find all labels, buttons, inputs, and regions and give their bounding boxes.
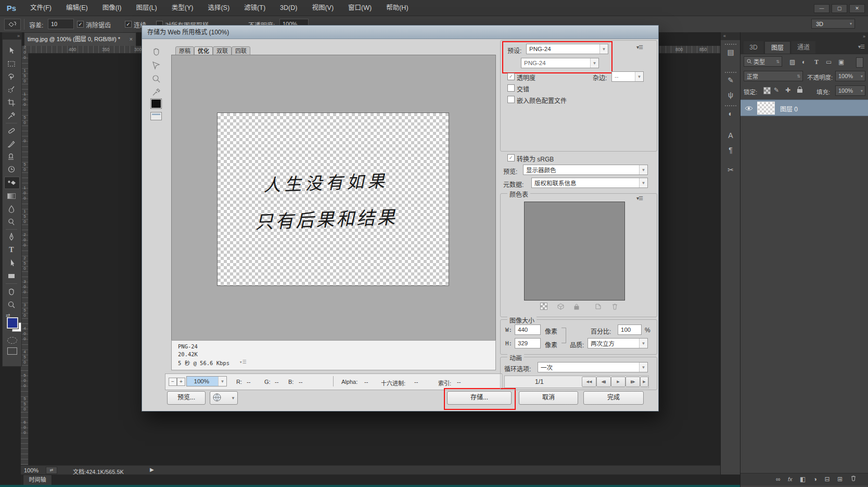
- clone-source-panel-icon[interactable]: ψ: [725, 90, 736, 100]
- web-shift-icon[interactable]: [557, 303, 564, 312]
- last-frame-button[interactable]: ▶: [640, 377, 648, 387]
- color-table-menu-icon[interactable]: ▾☰: [636, 195, 643, 201]
- layer-row-selected[interactable]: 图层 0: [741, 99, 868, 116]
- foreground-color-swatch[interactable]: [7, 317, 18, 329]
- document-tab[interactable]: timg.jpg @ 100% (图层 0, RGB/8#) * ×: [24, 32, 136, 46]
- character-panel-icon[interactable]: A: [725, 130, 736, 141]
- done-button[interactable]: 完成: [583, 391, 644, 405]
- history-brush-tool-icon[interactable]: [4, 164, 19, 176]
- delete-color-icon[interactable]: [611, 303, 618, 312]
- lock-all-icon[interactable]: [797, 86, 803, 95]
- blend-mode-select[interactable]: 正常⇅: [744, 71, 803, 81]
- quality-select[interactable]: 两次立方▼: [588, 338, 648, 348]
- zoom-level-select[interactable]: 100%▼: [186, 376, 227, 386]
- layer-mask-icon[interactable]: ◧: [800, 473, 806, 485]
- play-button[interactable]: ▶: [611, 377, 626, 387]
- first-frame-button[interactable]: ◀◀: [582, 377, 596, 387]
- new-color-icon[interactable]: [595, 303, 602, 312]
- tolerance-input[interactable]: 10: [48, 19, 74, 29]
- hand-tool-icon[interactable]: [4, 286, 19, 297]
- filter-adjustment-layers-icon[interactable]: ◐: [802, 58, 806, 66]
- crop-tool-icon[interactable]: [4, 97, 19, 108]
- menu-layer[interactable]: 图层(L): [129, 0, 164, 16]
- lock-transparent-pixels-icon[interactable]: [763, 87, 771, 94]
- lasso-tool-icon[interactable]: [4, 71, 19, 82]
- info-menu-icon[interactable]: ▾☰: [239, 359, 247, 365]
- lock-image-pixels-icon[interactable]: ✎: [774, 86, 779, 94]
- eyedropper-color-swatch[interactable]: [150, 98, 162, 109]
- transparency-checkbox[interactable]: ✓: [507, 73, 515, 80]
- menu-filter[interactable]: 滤镜(T): [237, 0, 273, 16]
- pen-tool-icon[interactable]: [4, 231, 19, 243]
- path-selection-tool-icon[interactable]: [4, 257, 19, 269]
- eyedropper-tool-icon[interactable]: [149, 87, 163, 98]
- menu-view[interactable]: 视图(V): [304, 0, 341, 16]
- opacity-select[interactable]: 100%▾: [835, 71, 865, 81]
- zoom-in-button[interactable]: +: [177, 378, 185, 386]
- panel-menu-icon[interactable]: ▾☰: [858, 44, 864, 49]
- layer-thumbnail[interactable]: [757, 102, 775, 115]
- slice-select-tool-icon[interactable]: [149, 60, 163, 71]
- move-tool-icon[interactable]: [4, 45, 19, 56]
- maximize-button[interactable]: ▢: [832, 4, 847, 13]
- close-button[interactable]: ✕: [849, 4, 865, 13]
- zoom-level[interactable]: 100%: [24, 467, 39, 473]
- adjustments-panel-icon[interactable]: ◐: [725, 108, 736, 119]
- menu-window[interactable]: 窗口(W): [341, 0, 379, 16]
- menu-edit[interactable]: 编辑(E): [59, 0, 95, 16]
- save-button[interactable]: 存储...: [447, 391, 512, 405]
- tab-layers[interactable]: 图层: [764, 41, 790, 54]
- color-table-swatches[interactable]: [524, 202, 625, 301]
- menu-3d[interactable]: 3D(D): [273, 0, 304, 16]
- brush-presets-panel-icon[interactable]: ▤: [725, 47, 736, 57]
- width-input[interactable]: 440: [515, 324, 541, 335]
- matte-select[interactable]: --▼: [611, 71, 644, 82]
- optimize-menu-icon[interactable]: ▾☰: [636, 44, 643, 50]
- brushes-panel-icon[interactable]: ✎: [725, 75, 736, 85]
- layer-filter-select[interactable]: 类型⇅: [744, 56, 782, 67]
- tab-channels[interactable]: 通道: [792, 41, 815, 54]
- paragraph-panel-icon[interactable]: ¶: [725, 145, 736, 155]
- document-close-icon[interactable]: ×: [130, 33, 133, 46]
- rectangular-marquee-tool-icon[interactable]: [4, 58, 19, 69]
- menu-file[interactable]: 文件(F): [23, 0, 59, 16]
- metadata-select[interactable]: 版权和联系信息▼: [531, 178, 648, 188]
- previous-frame-button[interactable]: ◀▮: [596, 377, 611, 387]
- quick-mask-icon[interactable]: [7, 337, 17, 344]
- filter-type-layers-icon[interactable]: T: [814, 58, 819, 66]
- convert-srgb-checkbox[interactable]: ✓: [507, 154, 515, 161]
- toggle-slices-visibility-icon[interactable]: [150, 112, 162, 120]
- dodge-tool-icon[interactable]: [4, 216, 19, 228]
- spot-healing-brush-tool-icon[interactable]: [4, 125, 19, 136]
- layer-visibility-eye-icon[interactable]: [745, 104, 753, 114]
- rectangle-tool-icon[interactable]: [4, 270, 19, 282]
- layer-style-icon[interactable]: fx: [788, 473, 793, 485]
- collapse-panels-icon[interactable]: »: [741, 32, 868, 41]
- eyedropper-tool-icon[interactable]: [4, 110, 19, 121]
- adjustment-layer-icon[interactable]: ◑: [813, 473, 817, 485]
- contiguous-checkbox[interactable]: ✓: [125, 21, 132, 28]
- lock-position-icon[interactable]: ✚: [785, 86, 790, 94]
- expand-panels-icon[interactable]: «: [721, 32, 741, 40]
- filter-shape-layers-icon[interactable]: ▭: [826, 58, 832, 66]
- embed-profile-checkbox[interactable]: [507, 96, 515, 103]
- timeline-tab[interactable]: 时间轴: [23, 474, 52, 485]
- type-tool-icon[interactable]: T: [4, 244, 19, 256]
- scratch-sizes-icon[interactable]: ⇄: [46, 467, 57, 474]
- zoom-tool-icon[interactable]: [4, 299, 19, 310]
- minimize-button[interactable]: —: [814, 4, 829, 13]
- percent-input[interactable]: 100: [618, 324, 642, 335]
- hand-tool-icon[interactable]: [149, 46, 163, 58]
- map-transparency-icon[interactable]: [540, 303, 547, 312]
- zoom-tool-icon[interactable]: [149, 73, 163, 85]
- browser-select-button[interactable]: ▼: [210, 391, 238, 405]
- link-layers-icon[interactable]: ∞: [776, 473, 781, 485]
- properties-panel-icon[interactable]: ✂: [725, 165, 736, 175]
- magic-eraser-tool-preset-icon[interactable]: [4, 19, 21, 30]
- quick-selection-tool-icon[interactable]: [4, 84, 19, 95]
- menu-image[interactable]: 图像(I): [95, 0, 129, 16]
- blur-tool-icon[interactable]: [4, 203, 19, 215]
- clone-stamp-tool-icon[interactable]: [4, 151, 19, 163]
- next-frame-button[interactable]: ▮▶: [626, 377, 640, 387]
- preview-in-browser-button[interactable]: 预览...: [167, 391, 206, 405]
